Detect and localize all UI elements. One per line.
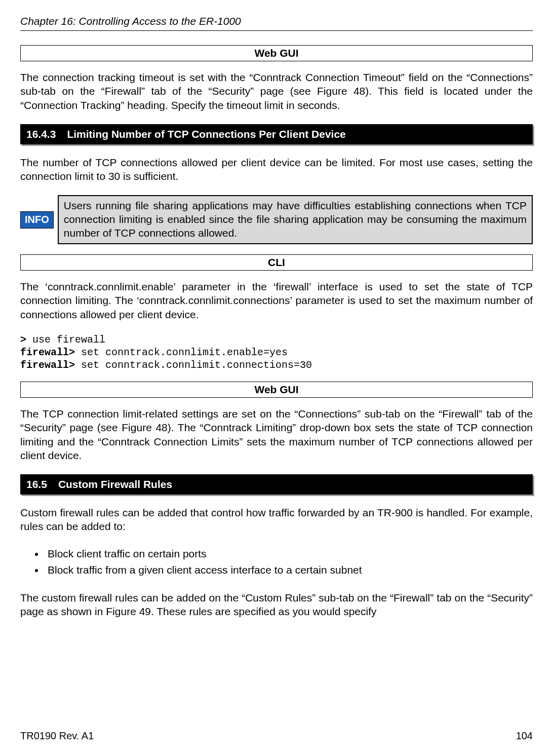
info-callout: INFO Users running file sharing applicat… xyxy=(20,195,533,244)
cli-prompt: firewall> xyxy=(20,359,75,371)
cli-prompt: > xyxy=(20,334,26,346)
webgui-header-1: Web GUI xyxy=(20,45,533,61)
footer-right: 104 xyxy=(516,730,533,742)
section-165-outro: The custom firewall rules can be added o… xyxy=(20,591,533,619)
section-165-intro: Custom firewall rules can be added that … xyxy=(20,506,533,534)
section-number: 16.5 xyxy=(26,478,47,490)
section-number: 16.4.3 xyxy=(26,128,56,140)
section-1643-header: 16.4.3Limiting Number of TCP Connections… xyxy=(20,124,533,144)
section-165-header: 16.5Custom Firewall Rules xyxy=(20,474,533,495)
webgui-body-2: The TCP connection limit-related setting… xyxy=(20,407,533,462)
webgui-body-1: The connection tracking timeout is set w… xyxy=(20,70,533,112)
cli-body: The ‘conntrack.connlimit.enable’ paramet… xyxy=(20,280,533,321)
section-title: Custom Firewall Rules xyxy=(58,478,172,490)
cli-code: > use firewall firewall> set conntrack.c… xyxy=(20,333,533,371)
list-item: Block traffic from a given client access… xyxy=(45,562,533,579)
info-text: Users running file sharing applications … xyxy=(58,195,533,244)
section-title: Limiting Number of TCP Connections Per C… xyxy=(67,128,345,140)
cli-command: set conntrack.connlimit.enable=yes xyxy=(75,347,288,358)
bullet-list: Block client traffic on certain ports Bl… xyxy=(45,546,533,579)
footer-left: TR0190 Rev. A1 xyxy=(20,730,94,742)
cli-command: set conntrack.connlimit.connections=30 xyxy=(75,359,312,371)
cli-prompt: firewall> xyxy=(20,347,75,358)
cli-command: use firewall xyxy=(26,334,105,346)
webgui-header-2: Web GUI xyxy=(20,382,533,398)
footer: TR0190 Rev. A1 104 xyxy=(20,730,533,742)
cli-header: CLI xyxy=(20,254,533,271)
list-item: Block client traffic on certain ports xyxy=(45,546,533,562)
info-badge: INFO xyxy=(20,211,54,229)
chapter-header: Chapter 16: Controlling Access to the ER… xyxy=(20,15,533,31)
section-1643-intro: The number of TCP connections allowed pe… xyxy=(20,156,533,183)
